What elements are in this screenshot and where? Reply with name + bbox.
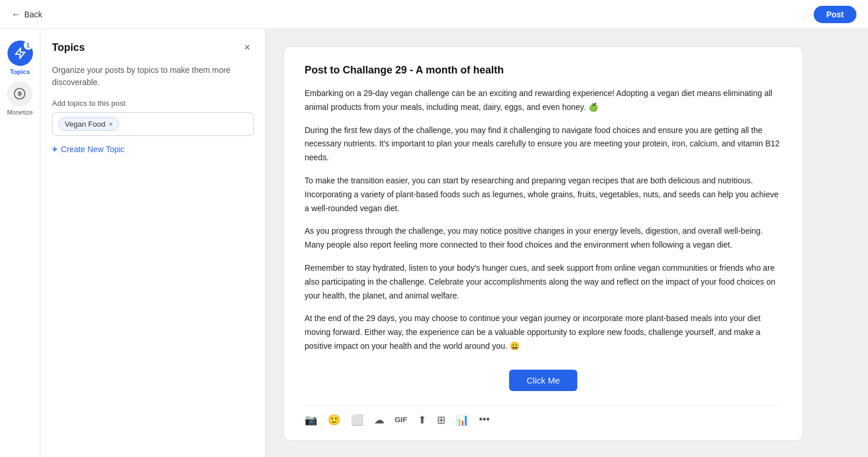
topics-panel-title: Topics	[52, 42, 85, 54]
post-paragraph: Remember to stay hydrated, listen to you…	[305, 261, 782, 303]
back-button[interactable]: ← Back	[12, 9, 42, 20]
main-content: Post to Challange 29 - A month of health…	[266, 29, 868, 457]
post-button[interactable]: Post	[814, 6, 856, 23]
monetize-sidebar-label: Monetize	[7, 109, 33, 116]
create-topic-plus-icon: +	[52, 144, 57, 154]
gif-icon[interactable]: GIF	[395, 415, 407, 424]
video-icon[interactable]: ⬜	[351, 414, 363, 426]
topics-icon-circle: 1	[8, 40, 33, 66]
post-title: Post to Challange 29 - A month of health	[305, 64, 782, 76]
more-icon[interactable]: •••	[479, 414, 490, 426]
click-me-button-wrap: Click Me	[305, 370, 782, 391]
post-toolbar: 📷 🙂 ⬜ ☁ GIF ⬆ ⊞ 📊 •••	[305, 405, 782, 426]
topics-description: Organize your posts by topics to make th…	[52, 64, 254, 89]
post-card: Post to Challange 29 - A month of health…	[283, 46, 803, 441]
icon-sidebar: 1 Topics Monetize	[0, 29, 40, 457]
grid-icon[interactable]: ⊞	[437, 414, 446, 426]
sidebar-item-topics[interactable]: 1 Topics	[8, 40, 33, 75]
post-paragraph: Embarking on a 29-day vegan challenge ca…	[305, 87, 782, 115]
topics-input-area[interactable]: Vegan Food ×	[52, 112, 254, 136]
post-paragraph: As you progress through the challenge, y…	[305, 224, 782, 252]
svg-marker-0	[15, 48, 25, 58]
topics-panel-header: Topics ×	[52, 40, 254, 55]
topics-close-button[interactable]: ×	[240, 40, 254, 55]
camera-icon[interactable]: 📷	[305, 414, 317, 426]
post-paragraph: During the first few days of the challen…	[305, 124, 782, 165]
lightning-icon	[14, 47, 27, 60]
monetize-icon-circle	[7, 81, 32, 106]
dollar-icon	[13, 87, 26, 100]
post-paragraph: At the end of the 29 days, you may choos…	[305, 312, 782, 353]
back-label: Back	[24, 10, 42, 19]
post-paragraph: To make the transition easier, you can s…	[305, 174, 782, 215]
create-new-topic-button[interactable]: + Create New Topic	[52, 144, 254, 154]
cloud-icon[interactable]: ☁	[374, 414, 384, 426]
topic-tag-remove-button[interactable]: ×	[109, 120, 113, 128]
back-arrow-icon: ←	[12, 9, 21, 20]
add-topics-label: Add topics to this post	[52, 99, 254, 108]
topics-sidebar-label: Topics	[10, 68, 30, 75]
topics-badge: 1	[24, 40, 33, 50]
emoji-icon[interactable]: 🙂	[328, 414, 340, 426]
sidebar-item-monetize[interactable]: Monetize	[7, 81, 33, 116]
topics-panel: Topics × Organize your posts by topics t…	[40, 29, 266, 457]
topic-tag-label: Vegan Food	[65, 120, 105, 128]
create-new-topic-label: Create New Topic	[61, 145, 124, 154]
post-body: Embarking on a 29-day vegan challenge ca…	[305, 87, 782, 353]
chart-icon[interactable]: 📊	[456, 414, 469, 426]
upload-icon[interactable]: ⬆	[418, 414, 426, 426]
topbar: ← Back Post	[0, 0, 868, 29]
click-me-button[interactable]: Click Me	[509, 370, 577, 391]
topic-tag-vegan-food: Vegan Food ×	[58, 117, 119, 131]
